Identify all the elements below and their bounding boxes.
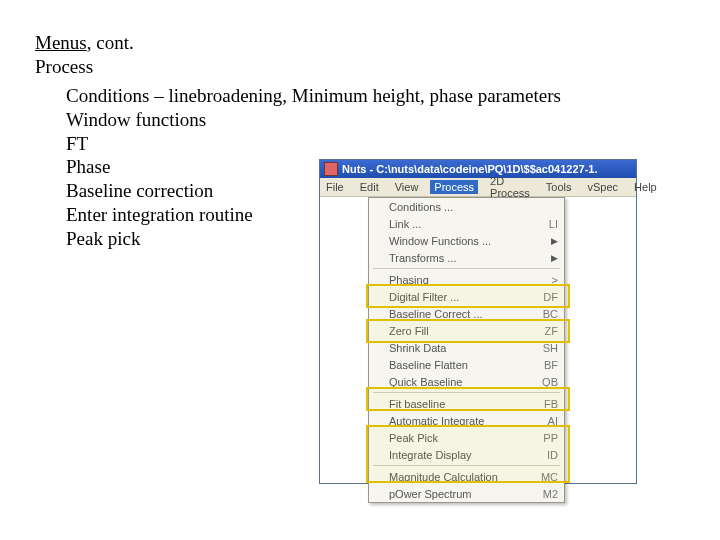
menu-item[interactable]: Shrink DataSH <box>369 339 564 356</box>
titlebar: Nuts - C:\nuts\data\codeine\PQ\1D\$$ac04… <box>320 160 636 178</box>
menu-vspec[interactable]: vSpec <box>584 180 623 194</box>
menu-item[interactable]: Window Functions ...▶ <box>369 232 564 249</box>
menu-item-label: Integrate Display <box>389 449 539 461</box>
menu-item-label: Zero Fill <box>389 325 537 337</box>
heading-prefix: Menus <box>35 32 87 53</box>
menu-item-label: Transforms ... <box>389 252 543 264</box>
menu-file[interactable]: File <box>322 180 348 194</box>
menu-item-label: Conditions ... <box>389 201 558 213</box>
menu-item-shortcut: > <box>544 274 558 286</box>
menu-item[interactable]: Phasing> <box>369 271 564 288</box>
menu-item[interactable]: Automatic IntegrateAI <box>369 412 564 429</box>
menu-item[interactable]: Baseline FlattenBF <box>369 356 564 373</box>
menu-item-label: Baseline Correct ... <box>389 308 535 320</box>
menu-item-label: Window Functions ... <box>389 235 543 247</box>
menu-item[interactable]: Zero FillZF <box>369 322 564 339</box>
menu-item[interactable]: Fit baselineFB <box>369 395 564 412</box>
menu-item-label: pOwer Spectrum <box>389 488 535 500</box>
menu-item-shortcut: SH <box>535 342 558 354</box>
menu-item-shortcut: ID <box>539 449 558 461</box>
menu-item-label: Shrink Data <box>389 342 535 354</box>
heading-suffix: , cont. <box>87 32 134 53</box>
app-icon <box>324 162 338 176</box>
app-window: Nuts - C:\nuts\data\codeine\PQ\1D\$$ac04… <box>320 160 636 483</box>
heading-line-2: Process <box>35 56 93 78</box>
menu-item-label: Quick Baseline <box>389 376 534 388</box>
menu-item[interactable]: Digital Filter ...DF <box>369 288 564 305</box>
menu-item[interactable]: Integrate DisplayID <box>369 446 564 463</box>
submenu-arrow-icon: ▶ <box>543 236 558 246</box>
heading-line-1: Menus, cont. <box>35 32 134 54</box>
menu-edit[interactable]: Edit <box>356 180 383 194</box>
menu-item-label: Link ... <box>389 218 541 230</box>
menu-process[interactable]: Process <box>430 180 478 194</box>
menu-separator <box>373 392 560 393</box>
process-dropdown: Conditions ...Link ...LIWindow Functions… <box>368 197 565 503</box>
menu-item-label: Peak Pick <box>389 432 535 444</box>
menu-help[interactable]: Help <box>630 180 661 194</box>
menu-item[interactable]: Link ...LI <box>369 215 564 232</box>
menu-item[interactable]: Transforms ...▶ <box>369 249 564 266</box>
menu-item[interactable]: pOwer SpectrumM2 <box>369 485 564 502</box>
menu-tools[interactable]: Tools <box>542 180 576 194</box>
menu-item-label: Automatic Integrate <box>389 415 540 427</box>
menu-item-shortcut: ZF <box>537 325 558 337</box>
app-canvas: Conditions ...Link ...LIWindow Functions… <box>320 197 636 483</box>
menu-item-shortcut: BC <box>535 308 558 320</box>
menu-item[interactable]: Peak PickPP <box>369 429 564 446</box>
menu-item-shortcut: QB <box>534 376 558 388</box>
submenu-arrow-icon: ▶ <box>543 253 558 263</box>
menu-separator <box>373 465 560 466</box>
menu-item-label: Magnitude Calculation <box>389 471 533 483</box>
menu-item-label: Phasing <box>389 274 544 286</box>
menu-item-shortcut: M2 <box>535 488 558 500</box>
menu-item[interactable]: Baseline Correct ...BC <box>369 305 564 322</box>
menu-separator <box>373 268 560 269</box>
bullet-item: Conditions – linebroadening, Minimum hei… <box>66 84 561 108</box>
menu-item[interactable]: Quick BaselineQB <box>369 373 564 390</box>
window-title: Nuts - C:\nuts\data\codeine\PQ\1D\$$ac04… <box>342 163 598 175</box>
menu-item[interactable]: Conditions ... <box>369 198 564 215</box>
menu-item-label: Digital Filter ... <box>389 291 535 303</box>
menu-item-shortcut: DF <box>535 291 558 303</box>
menu-item-shortcut: LI <box>541 218 558 230</box>
menu-item-label: Fit baseline <box>389 398 536 410</box>
menu-item-shortcut: MC <box>533 471 558 483</box>
menu-item[interactable]: Magnitude CalculationMC <box>369 468 564 485</box>
bullet-item: FT <box>66 132 561 156</box>
menu-item-shortcut: BF <box>536 359 558 371</box>
menu-view[interactable]: View <box>391 180 423 194</box>
bullet-item: Window functions <box>66 108 561 132</box>
menu-item-shortcut: AI <box>540 415 558 427</box>
menubar: File Edit View Process 2D Process Tools … <box>320 178 636 197</box>
menu-item-label: Baseline Flatten <box>389 359 536 371</box>
menu-item-shortcut: PP <box>535 432 558 444</box>
menu-item-shortcut: FB <box>536 398 558 410</box>
